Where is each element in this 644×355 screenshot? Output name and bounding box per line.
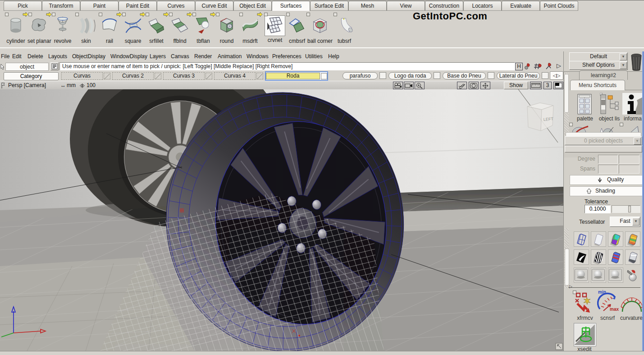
shelf-tab-point-clouds[interactable]: Point Clouds [540,1,578,11]
tool-srfillet[interactable]: srfillet [145,12,168,46]
option-box-icon[interactable] [306,13,310,16]
shelf-tab-surface-edit[interactable]: Surface Edit [310,1,348,11]
tolerance-slider[interactable] [612,205,640,213]
layer-nav-buttons[interactable]: ◁▷ [550,71,563,80]
layer-logo-toggle[interactable] [434,72,440,79]
prompt-play-button[interactable]: ▷ [555,62,563,70]
shelf-tab-curves[interactable]: Curves [157,1,195,11]
chevron-down-icon[interactable]: ▼ [634,138,641,145]
option-box-icon[interactable] [264,13,268,16]
chevron-down-icon[interactable]: ▼ [620,53,627,60]
menu-windows[interactable]: Windows [247,53,269,60]
zoom-magnifier-icon[interactable] [415,82,425,89]
shade-silhouette-button[interactable] [574,249,589,265]
tool-ffblnd[interactable]: ffblnd [168,12,192,46]
tool-set-planar[interactable]: set planar [27,12,51,46]
tool-rail[interactable]: rail [98,12,121,46]
shade-toggle-icon[interactable] [553,82,563,89]
viewport-title-bar[interactable]: Persp [Camera] ↔ mm 100 Show 3 [0,81,563,90]
shade-multicolor-button[interactable] [608,231,623,247]
shelf-tab-surfaces[interactable]: Surfaces [272,1,310,11]
tool-tubsrf[interactable]: tubsrf [333,12,356,46]
tool-square[interactable]: square [121,12,145,46]
shelf-tab-construction[interactable]: Construction [425,1,463,11]
quality-section-header[interactable]: Quality [570,175,644,185]
shelf-tab-paint[interactable]: Paint [80,1,119,11]
curvature-icon[interactable] [620,292,644,314]
shelf-tab-view[interactable]: View [387,1,425,11]
shelf-tab-transform[interactable]: Transform [42,1,80,11]
layer-curvas4[interactable]: Curvas 4 [214,72,256,80]
layer-parafuso-toggle[interactable] [379,72,386,79]
orbit-tool-icon[interactable] [457,82,467,89]
menu-utilities[interactable]: Utilities [305,53,323,60]
degree-field-2[interactable] [619,155,639,164]
layer-curvas2[interactable]: Curvas 2 [112,72,154,80]
shading-scrollbar-thumb[interactable] [565,249,569,286]
shade-stripes-button[interactable] [625,231,640,247]
pan-move-icon[interactable] [480,82,490,89]
layer-curvas3[interactable]: Curvas 3 [163,72,205,80]
option-box-icon[interactable] [169,13,173,16]
layer-base-toggle[interactable] [488,72,494,79]
layer-logo-da-roda[interactable]: Logo da roda [388,72,432,79]
tool-skin[interactable]: skin [74,12,98,46]
option-box-icon[interactable] [28,13,32,16]
xfrmcv-icon[interactable] [574,292,594,314]
shade-zebra-button[interactable] [591,249,606,265]
menu-layouts[interactable]: Layouts [48,53,67,60]
menu-help[interactable]: Help [328,53,339,60]
menu-animation[interactable]: Animation [218,53,242,60]
render-sphere-button-1[interactable] [574,267,589,283]
prompt-list-button[interactable] [50,62,59,70]
layer-lateral-toggle[interactable] [542,72,548,79]
layer-curvas-toggle[interactable] [104,73,110,79]
option-box-icon[interactable] [286,13,290,16]
partial-tool-icon[interactable] [622,125,640,132]
layer-base-do-pneu[interactable]: Base do Pneu [443,72,486,79]
shade-curvature-button[interactable] [608,249,623,265]
toggle-shade-icon[interactable] [595,125,616,132]
layer-curvas2-toggle[interactable] [155,73,161,79]
shading-section-header[interactable]: Shading [570,186,644,196]
option-box-icon[interactable] [75,13,79,16]
tessellator-dropdown[interactable]: Fast▼ [610,217,640,227]
option-box-icon[interactable] [99,13,102,16]
chevron-down-icon[interactable]: ▼ [620,62,627,69]
menu-render[interactable]: Render [194,53,212,60]
viewport-flag-icon[interactable] [1,82,5,89]
menu-layers[interactable]: Layers [150,53,166,60]
history-button[interactable]: H [515,63,523,70]
shelf-tab-evaluate[interactable]: Evaluate [502,1,540,11]
shelf-tab-curve-edit[interactable]: Curve Edit [195,1,233,11]
tool-msdrft[interactable]: msdrft [238,12,262,46]
viewport-title[interactable]: Persp [Camera] [8,82,46,88]
xsedit-tile[interactable] [574,323,596,346]
option-box-icon[interactable] [52,13,55,16]
shelf-tab-locators[interactable]: Locators [463,1,502,11]
show-button[interactable]: Show [504,82,528,89]
tool-cylinder[interactable]: cylinder [4,12,27,46]
perspective-viewport[interactable]: LEFT [0,89,563,351]
menu-delete[interactable]: Delete [27,53,43,60]
panel-scrollbar-thumb[interactable] [564,74,569,113]
menu-objectdisplay[interactable]: ObjectDisplay [72,53,105,60]
nav-right-icon[interactable]: ▷ [557,73,560,78]
shade-flat-button[interactable] [591,231,606,247]
camera-icon[interactable] [404,82,414,89]
layer-curvas4-toggle[interactable] [256,73,263,79]
spray-render-button[interactable] [625,267,639,282]
degree-field-1[interactable] [598,155,618,164]
option-box-icon[interactable] [216,13,219,16]
view-cube-label[interactable]: LEFT [543,116,553,122]
shade-wireframe-button[interactable] [574,231,589,247]
view-cube[interactable]: LEFT [527,103,554,131]
object-list-icon[interactable] [600,93,619,115]
slider-thumb[interactable] [628,206,631,212]
shelf-tab-pick[interactable]: Pick [4,1,42,11]
frame-view-icon[interactable] [469,82,479,89]
pick-type-selector[interactable]: object [5,63,49,71]
active-layer-roda[interactable]: Roda [265,71,328,81]
film-camera-icon[interactable] [393,82,403,89]
sash-arrow-icon[interactable]: ▷ [569,284,572,289]
